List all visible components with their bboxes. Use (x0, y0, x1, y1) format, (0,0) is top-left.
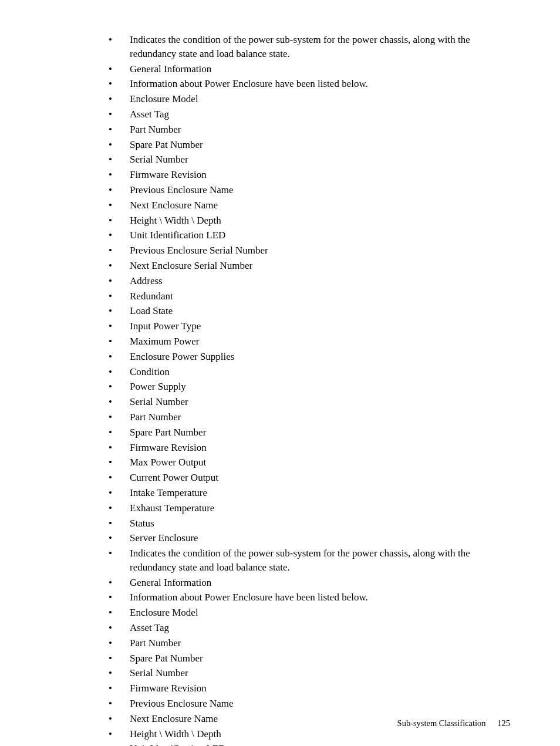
list-item: Load State (109, 304, 510, 318)
list-item: Information about Power Enclosure have b… (109, 590, 510, 605)
list-item: Spare Pat Number (109, 652, 510, 666)
footer-page-number: 125 (497, 718, 510, 728)
list-item: Redundant (109, 289, 510, 303)
page-footer: Sub-system Classification 125 (397, 718, 510, 728)
list-item: Part Number (109, 636, 510, 650)
list-item: General Information (109, 576, 510, 590)
list-item: Asset Tag (109, 107, 510, 121)
list-item: Address (109, 274, 510, 288)
list-item: Serial Number (109, 395, 510, 409)
list-item: Spare Part Number (109, 426, 510, 440)
list-item: Unit Identification LED (109, 228, 510, 242)
list-item: Part Number (109, 123, 510, 137)
list-item: Server Enclosure (109, 531, 510, 545)
list-item: Exhaust Temperature (109, 501, 510, 515)
list-item: Input Power Type (109, 319, 510, 333)
list-item: Serial Number (109, 153, 510, 167)
list-item: Part Number (109, 410, 510, 424)
list-item: Next Enclosure Serial Number (109, 259, 510, 273)
list-item: Previous Enclosure Name (109, 697, 510, 711)
list-item: Current Power Output (109, 471, 510, 485)
list-item: Indicates the condition of the power sub… (109, 33, 510, 61)
list-item: Enclosure Power Supplies (109, 350, 510, 364)
list-item: Serial Number (109, 666, 510, 680)
list-item: Firmware Revision (109, 168, 510, 182)
list-item: Previous Enclosure Name (109, 183, 510, 197)
list-item: Firmware Revision (109, 441, 510, 455)
list-item: Unit Identification LED (109, 742, 510, 746)
list-item: Height \ Width \ Depth (109, 214, 510, 228)
bullet-list: Indicates the condition of the power sub… (50, 33, 510, 746)
list-item: Spare Pat Number (109, 138, 510, 152)
list-item: Information about Power Enclosure have b… (109, 77, 510, 91)
list-item: Max Power Output (109, 455, 510, 470)
footer-section-title: Sub-system Classification (397, 718, 486, 728)
list-item: Firmware Revision (109, 681, 510, 696)
list-item: Previous Enclosure Serial Number (109, 244, 510, 258)
list-item: General Information (109, 62, 510, 76)
list-item: Height \ Width \ Depth (109, 727, 510, 741)
list-item: Power Supply (109, 380, 510, 394)
list-item: Asset Tag (109, 621, 510, 635)
list-item: Next Enclosure Name (109, 198, 510, 212)
list-item: Intake Temperature (109, 486, 510, 500)
list-item: Enclosure Model (109, 92, 510, 106)
list-item: Enclosure Model (109, 606, 510, 620)
list-item: Indicates the condition of the power sub… (109, 546, 510, 575)
list-item: Maximum Power (109, 335, 510, 349)
list-item: Condition (109, 365, 510, 379)
list-item: Status (109, 517, 510, 531)
